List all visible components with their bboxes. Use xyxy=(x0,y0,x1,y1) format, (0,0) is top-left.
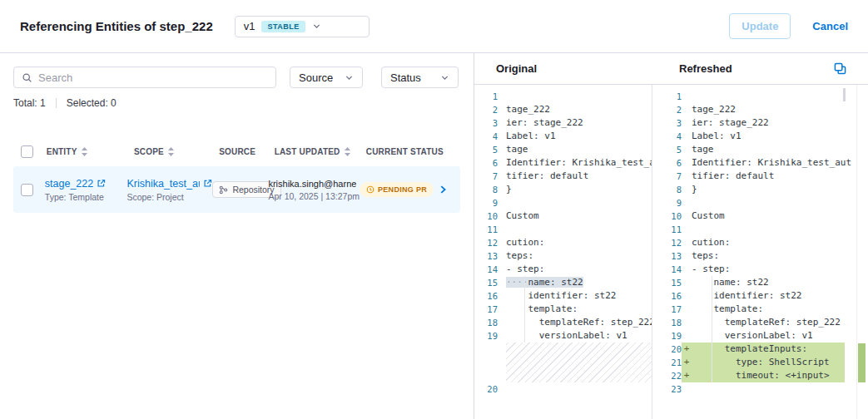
code-line: 4Label: v1 xyxy=(658,130,845,143)
sort-icon[interactable] xyxy=(168,147,174,156)
selected-count: Selected: 0 xyxy=(67,97,117,109)
external-link-icon xyxy=(97,179,106,188)
total-count: Total: 1 xyxy=(13,97,46,109)
source-filter-dropdown[interactable]: Source xyxy=(290,67,363,88)
referencing-entities-page: Referencing Entities of step_222 v1 STAB… xyxy=(0,0,868,419)
code-line: 2tage_222 xyxy=(474,103,652,116)
code-line: 12cution: xyxy=(658,236,845,249)
code-line: 11 xyxy=(658,223,845,236)
indent-guide xyxy=(524,276,525,343)
divider xyxy=(56,98,57,108)
status-badge: PENDING PR xyxy=(360,182,434,197)
search-icon xyxy=(22,72,32,83)
code-line: 16 identifier: st22 xyxy=(658,289,845,303)
scrollbar-thumb[interactable] xyxy=(843,88,846,101)
code-line: 10Custom xyxy=(658,210,845,223)
code-line: 9 xyxy=(658,196,845,210)
updated-by: krishika.singh@harnes... xyxy=(268,179,356,189)
code-line: 22+ timeout: <+input> xyxy=(658,369,845,382)
column-header-last-updated[interactable]: LAST UPDATED xyxy=(275,147,340,156)
scope-link[interactable]: Krishika_test_au... xyxy=(126,178,212,190)
search-box[interactable] xyxy=(13,67,276,88)
code-line: 4Label: v1 xyxy=(474,130,652,143)
code-line: 3ier: stage_222 xyxy=(658,116,845,130)
chevron-down-icon xyxy=(345,73,354,82)
code-line: 8} xyxy=(474,183,652,196)
diff-header: Original Refreshed xyxy=(474,53,868,85)
pending-clock-icon xyxy=(366,185,374,194)
updated-at: Apr 10, 2025 | 13:27pm xyxy=(268,191,360,201)
cancel-button[interactable]: Cancel xyxy=(812,20,848,32)
refreshed-panel-title: Refreshed xyxy=(658,62,732,75)
code-line: 1 xyxy=(474,90,652,103)
update-button[interactable]: Update xyxy=(729,13,791,39)
entity-type: Type: Template xyxy=(45,192,106,202)
column-header-current-status: CURRENT STATUS xyxy=(366,147,444,156)
code-line: 1 xyxy=(658,90,845,103)
code-line: 6Identifier: Krishika_test_aut xyxy=(474,156,652,170)
table-row[interactable]: stage_222 Type: Template Krishika_test_a… xyxy=(13,166,460,213)
refreshed-code-editor[interactable]: 12tage_2223ier: stage_2224Label: v15tage… xyxy=(658,85,856,419)
sort-icon[interactable] xyxy=(82,147,87,156)
version-label: v1 xyxy=(244,20,255,32)
chevron-down-icon xyxy=(312,22,321,31)
code-line: 2tage_222 xyxy=(658,103,845,116)
code-line: 5tage xyxy=(474,143,652,156)
code-line: 14- step: xyxy=(474,263,652,276)
external-link-icon xyxy=(203,179,212,188)
code-line: 12cution: xyxy=(474,236,652,249)
original-code-editor[interactable]: 12tage_2223ier: stage_2224Label: v15tage… xyxy=(474,85,652,419)
version-dropdown[interactable]: v1 STABLE xyxy=(235,16,370,37)
code-line: 5tage xyxy=(658,143,845,156)
code-line: 10Custom xyxy=(474,210,652,223)
code-line: 23 xyxy=(658,382,845,396)
select-all-checkbox[interactable] xyxy=(21,145,33,158)
row-checkbox[interactable] xyxy=(21,184,33,196)
code-line: 7tifier: default xyxy=(474,170,652,183)
status-filter-label: Status xyxy=(390,71,421,84)
code-line: 15 name: st22 xyxy=(658,276,845,289)
entity-link[interactable]: stage_222 xyxy=(45,178,106,190)
original-panel-title: Original xyxy=(474,62,658,75)
page-title: Referencing Entities of step_222 xyxy=(20,19,213,33)
code-line: 6Identifier: Krishika_test_aut xyxy=(658,156,845,170)
code-line: 18 templateRef: step_222 xyxy=(474,316,652,329)
code-line: 9 xyxy=(474,196,652,210)
code-line: 17 template: xyxy=(658,303,845,316)
column-header-entity[interactable]: ENTITY xyxy=(47,147,77,156)
entities-panel: Source Status Total: 1 Selected: 0 xyxy=(0,53,474,419)
code-line: 8} xyxy=(658,183,845,196)
column-header-source: SOURCE xyxy=(219,147,255,156)
diff-spacer xyxy=(474,343,652,382)
repository-icon xyxy=(219,185,228,195)
diff-body: 12tage_2223ier: stage_2224Label: v15tage… xyxy=(474,85,868,419)
code-line: 20 xyxy=(474,382,652,396)
table-header: ENTITY SCOPE SOURCE LAST UPDATED CURRENT… xyxy=(13,145,460,158)
scope-sub: Scope: Project xyxy=(126,192,212,202)
indent-guide xyxy=(712,276,712,382)
page-header: Referencing Entities of step_222 v1 STAB… xyxy=(0,0,868,53)
diff-overview-ruler[interactable] xyxy=(856,85,868,419)
code-line: 21+ type: ShellScript xyxy=(658,356,845,369)
stable-badge: STABLE xyxy=(261,21,305,32)
chevron-down-icon xyxy=(440,73,449,82)
code-line: 3ier: stage_222 xyxy=(474,116,652,130)
search-input[interactable] xyxy=(38,71,268,84)
copy-icon[interactable] xyxy=(834,62,846,75)
code-line: 14- step: xyxy=(658,263,845,276)
chevron-right-icon[interactable] xyxy=(437,184,449,195)
code-line: 16 identifier: st22 xyxy=(474,289,652,303)
code-line: 15····name: st22 xyxy=(474,276,652,289)
diff-sash[interactable] xyxy=(652,85,658,419)
source-filter-label: Source xyxy=(299,71,333,84)
code-line: 7tifier: default xyxy=(658,170,845,183)
column-header-scope[interactable]: SCOPE xyxy=(134,147,164,156)
code-line: 17 template: xyxy=(474,303,652,316)
code-line: 19 versionLabel: v1 xyxy=(474,329,652,343)
counts-bar: Total: 1 Selected: 0 xyxy=(13,97,460,109)
status-filter-dropdown[interactable]: Status xyxy=(381,67,459,88)
code-line: 18 templateRef: step_222 xyxy=(658,316,845,329)
code-line: 11 xyxy=(474,223,652,236)
sort-icon[interactable] xyxy=(345,147,350,156)
code-line: 13teps: xyxy=(658,249,845,263)
